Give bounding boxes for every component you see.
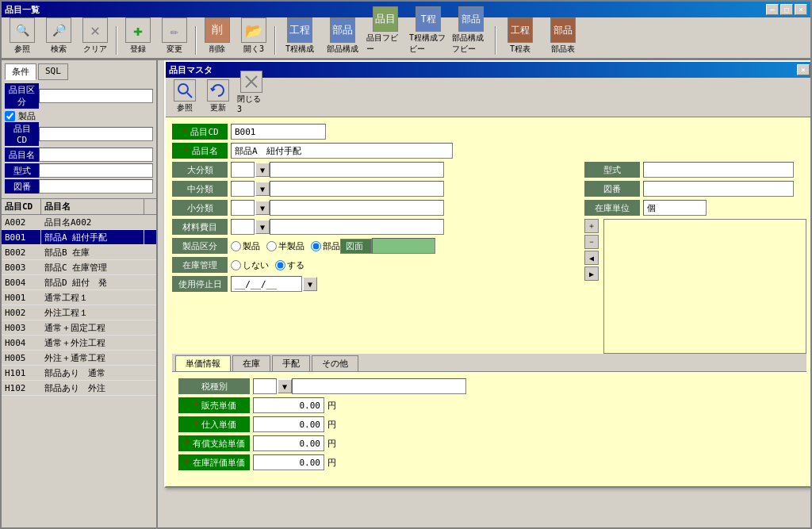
toolbar-delete-btn[interactable]: 削 削除	[200, 16, 235, 56]
radio-shinai-input[interactable]	[231, 260, 241, 270]
toolbar-teise-btn[interactable]: 工程 T程表	[500, 16, 541, 56]
zeishubetsu-name-input[interactable]	[292, 378, 466, 394]
shobunrui-search-btn[interactable]: ▼	[255, 201, 270, 215]
zairyohi-input[interactable]	[231, 219, 255, 235]
radio-hansei-input[interactable]	[266, 241, 277, 251]
modal-ref-btn[interactable]: 参照	[169, 78, 201, 115]
radio-hansei[interactable]: 半製品	[266, 240, 304, 252]
hinmokucd-form-input[interactable]	[231, 124, 326, 140]
shobunrui-input[interactable]	[231, 200, 255, 216]
toolbar-clear-btn[interactable]: ✕ クリア	[78, 16, 113, 56]
zuban-input[interactable]	[39, 179, 153, 194]
hinmokuname-form-input[interactable]	[231, 143, 453, 159]
toolbar-buhin2-btn[interactable]: 部品 部品構成フビー	[450, 5, 492, 56]
seihin-checkbox[interactable]	[5, 111, 15, 121]
list-item[interactable]: B002 部品B 在庫	[2, 245, 156, 260]
hinmokucd-input[interactable]	[39, 127, 153, 141]
img-next-btn[interactable]: ▶	[584, 266, 599, 281]
list-cell-cd: B003	[2, 260, 41, 274]
zaiko-row: 在庫管理 しない する	[172, 257, 578, 273]
toolbar-change-btn[interactable]: ✏ 変更	[157, 16, 192, 56]
chubunrui-search-btn[interactable]: ▼	[255, 182, 270, 196]
list-item[interactable]: B003 部品C 在庫管理	[2, 260, 156, 275]
zuban-form-input[interactable]	[643, 181, 794, 197]
modal-close-btn[interactable]: 閉じる3	[236, 69, 267, 115]
tab-zaiko[interactable]: 在庫	[232, 355, 270, 371]
img-del-btn[interactable]: －	[584, 235, 599, 249]
zuban-form-row: 図番	[584, 181, 806, 197]
toolbar-teiseido2-btn[interactable]: T程 T程構成フビー	[408, 5, 449, 56]
tab-tankajoho[interactable]: 単価情報	[175, 355, 231, 371]
maximize-btn[interactable]: □	[780, 4, 793, 15]
zeishubetsu-input[interactable]	[253, 378, 277, 394]
list-item[interactable]: H005 外注＋通常工程	[2, 351, 156, 366]
tab-joken[interactable]: 条件	[5, 63, 36, 80]
zaikotanui-form-label: 在庫単位	[584, 200, 640, 216]
radio-suru-input[interactable]	[275, 260, 285, 270]
ref-label: 参照	[14, 44, 30, 55]
zairyohi-name-input[interactable]	[270, 219, 444, 235]
zuban-form-label: 図番	[584, 181, 640, 197]
shiirettan-input[interactable]	[253, 416, 324, 432]
daibunrui-input[interactable]	[231, 162, 255, 178]
hanbaitan-input[interactable]	[253, 397, 324, 413]
sep3	[273, 25, 278, 56]
list-item[interactable]: H004 通常＋外注工程	[2, 335, 156, 351]
daibunrui-label: 大分類	[172, 162, 228, 178]
tab-sonota[interactable]: その他	[312, 355, 358, 371]
radio-buhin-input[interactable]	[311, 241, 321, 251]
zairyohi-search-btn[interactable]: ▼	[255, 220, 270, 234]
radio-seihin-input[interactable]	[231, 241, 241, 251]
radio-buhin[interactable]: 部品	[311, 240, 340, 252]
list-item[interactable]: A002 品目名A002	[2, 215, 156, 230]
chubunrui-input[interactable]	[231, 181, 255, 197]
main-window: 品目一覧 ― □ × 🔍 参照 🔎 検索 ✕ クリア ✚ 登録	[0, 0, 812, 529]
minimize-btn[interactable]: ―	[766, 4, 779, 15]
radio-shinai[interactable]: しない	[231, 259, 269, 271]
katashiki-form-input[interactable]	[643, 162, 794, 178]
drawing-area	[603, 219, 806, 354]
img-prev-btn[interactable]: ◀	[584, 251, 599, 265]
toolbar-register-btn[interactable]: ✚ 登録	[121, 16, 155, 56]
tab-tehai[interactable]: 手配	[272, 355, 310, 371]
radio-seihin[interactable]: 製品	[231, 240, 260, 252]
list-item[interactable]: H102 部品あり 外注	[2, 381, 156, 396]
shiyoteishi-label: 使用停止日	[172, 276, 228, 292]
modal-close-title-btn[interactable]: ×	[797, 64, 810, 75]
list-item[interactable]: H001 通常工程１	[2, 290, 156, 305]
toolbar-hinmokuHyo-btn[interactable]: 部品 部品表	[542, 16, 584, 56]
toolbar-buhin-btn[interactable]: 部品 部品構成	[322, 16, 363, 56]
hinmokukubun-input[interactable]	[39, 89, 153, 103]
radio-suru[interactable]: する	[275, 259, 304, 271]
zumen-btn[interactable]: 図面	[340, 239, 372, 254]
toolbar-ref-btn[interactable]: 🔍 参照	[5, 16, 40, 56]
modal-update-btn[interactable]: 更新	[202, 78, 234, 115]
tab-sql[interactable]: SQL	[38, 63, 68, 80]
hinmokuname-input[interactable]	[39, 148, 153, 162]
list-item[interactable]: H003 通常＋固定工程	[2, 320, 156, 335]
radio-shinai-label: しない	[243, 259, 269, 271]
toolbar-hinmoku-btn[interactable]: 品目 品目フビー	[365, 5, 406, 56]
katashiki-input[interactable]	[39, 163, 153, 178]
toolbar-search-btn[interactable]: 🔎 検索	[41, 16, 76, 56]
img-add-btn[interactable]: ＋	[584, 219, 599, 233]
yuchioshi-input[interactable]	[253, 435, 324, 451]
close-btn[interactable]: ×	[795, 4, 807, 15]
list-item[interactable]: B004 部品D 紐付 発	[2, 275, 156, 290]
toolbar-open-btn[interactable]: 📂 開く3	[236, 16, 271, 56]
zaihyo-input[interactable]	[253, 454, 324, 470]
daibunrui-name-input[interactable]	[270, 162, 444, 178]
chubunrui-name-input[interactable]	[270, 181, 444, 197]
shiyoteishi-search-btn[interactable]: ▼	[303, 277, 317, 291]
list-item[interactable]: H101 部品あり 通常	[2, 366, 156, 381]
toolbar-teiseido-btn[interactable]: 工程 T程構成	[279, 16, 320, 56]
daibunrui-search-btn[interactable]: ▼	[255, 163, 270, 177]
list-item[interactable]: B001 部品A 紐付手配	[2, 230, 156, 245]
zaikotanui-form-input[interactable]	[643, 200, 707, 216]
shiyoteishi-input[interactable]	[231, 276, 302, 292]
list-item[interactable]: H002 外注工程１	[2, 305, 156, 320]
zumen-input[interactable]	[372, 238, 435, 254]
shobunrui-name-input[interactable]	[270, 200, 444, 216]
hinmokuname-field: 品目名	[5, 148, 153, 162]
zeishubetsu-search-btn[interactable]: ▼	[278, 379, 292, 393]
